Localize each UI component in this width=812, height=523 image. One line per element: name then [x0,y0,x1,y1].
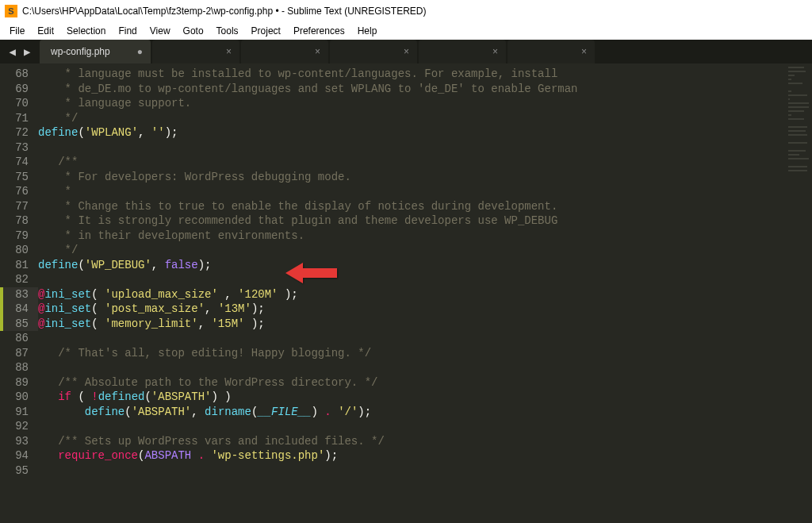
minimap-line [788,158,809,160]
menu-goto[interactable]: Goto [177,24,210,38]
menu-selection[interactable]: Selection [60,24,112,38]
code-line[interactable]: @ini_set( 'upload_max_size' , '120M' ); [38,287,812,302]
code-line[interactable]: define('ABSPATH', dirname(__FILE__) . '/… [38,405,812,420]
line-number: 77 [0,199,29,214]
minimap-line [788,170,807,171]
tab-label: wp-config.php [51,46,110,57]
minimap-line [788,102,809,104]
line-number: 68 [0,67,29,82]
menu-preferences[interactable]: Preferences [287,24,351,38]
code-line[interactable]: * It is strongly recommended that plugin… [38,213,812,229]
code-line[interactable] [38,272,812,287]
code-line[interactable]: define('WPLANG', ''); [38,125,812,140]
line-number: 79 [0,229,29,244]
minimap-line [788,94,807,96]
minimap-line [788,134,807,136]
code-line[interactable] [38,360,812,375]
code-line[interactable]: /** [38,155,812,170]
code-line[interactable]: */ [38,111,812,126]
line-number: 91 [0,405,29,420]
tab-nav-forward-icon[interactable]: ▶ [24,45,30,59]
code-line[interactable]: */ [38,243,812,258]
minimap-line [788,71,806,72]
app-icon-letter: S [8,6,13,16]
line-number: 69 [0,82,29,97]
minimap-line [788,166,807,167]
code-line[interactable]: * Change this to true to enable the disp… [38,199,812,214]
code-line[interactable]: @ini_set( 'memory_limit', '15M' ); [38,317,812,332]
minimap-line [788,118,804,120]
tab-nav-back-icon[interactable]: ◀ [10,45,16,59]
tab-inactive[interactable]: × [508,40,595,63]
code-line[interactable]: * For developers: WordPress debugging mo… [38,170,812,185]
line-number: 72 [0,125,29,140]
code-line[interactable]: * in their development environments. [38,229,812,244]
tab-dirty-dot-icon: ● [137,46,143,57]
minimap[interactable] [788,63,810,521]
line-number: 71 [0,111,29,126]
window-title-text: C:\Users\HP\AppData\Local\Temp\fz3temp-2… [22,6,427,17]
code-line[interactable]: /** Absolute path to the WordPress direc… [38,375,812,390]
tab-inactive[interactable]: × [419,40,506,63]
line-number: 75 [0,170,29,185]
line-number: 86 [0,331,29,346]
tab-inactive[interactable]: × [152,40,239,63]
menu-project[interactable]: Project [245,24,287,38]
line-number: 95 [0,463,29,479]
code-line[interactable]: if ( !defined('ABSPATH') ) [38,390,812,405]
window-title-bar: S C:\Users\HP\AppData\Local\Temp\fz3temp… [0,0,812,22]
minimap-line [788,67,804,68]
menu-find[interactable]: Find [112,24,143,38]
code-line[interactable] [38,140,812,156]
minimap-line [788,79,791,80]
line-number: 78 [0,213,29,229]
tab-bar: ◀ ▶ wp-config.php ● ××××× [0,40,812,63]
minimap-line [788,114,791,116]
code-line[interactable]: * [38,184,812,199]
line-number: 70 [0,96,29,111]
menu-edit[interactable]: Edit [31,24,60,38]
code-line[interactable] [38,419,812,434]
minimap-line [788,90,791,92]
minimap-line [788,154,799,156]
code-line[interactable]: /* That's all, stop editing! Happy blogg… [38,346,812,361]
code-pane[interactable]: * language must be installed to wp-conte… [38,63,812,523]
minimap-line [788,142,807,144]
minimap-line [788,75,795,76]
menu-tools[interactable]: Tools [210,24,245,38]
tab-inactive[interactable]: × [241,40,328,63]
tab-inactive[interactable]: × [330,40,417,63]
minimap-line [788,83,802,84]
close-icon[interactable]: × [581,46,587,57]
line-number: 87 [0,346,29,361]
code-line[interactable]: define('WP_DEBUG', false); [38,258,812,273]
tab-nav-arrows: ◀ ▶ [0,40,40,63]
close-icon[interactable]: × [315,46,320,57]
line-number: 73 [0,140,29,156]
line-number: 94 [0,448,29,463]
code-line[interactable]: * de_DE.mo to wp-content/languages and s… [38,82,812,97]
close-icon[interactable]: × [226,46,232,57]
menu-bar: File Edit Selection Find View Goto Tools… [0,22,812,40]
line-number: 82 [0,272,29,287]
code-line[interactable]: require_once(ABSPATH . 'wp-settings.php'… [38,448,812,463]
code-line[interactable]: * language support. [38,96,812,111]
minimap-line [788,110,804,112]
app-icon: S [5,5,17,17]
menu-file[interactable]: File [3,24,31,38]
code-line[interactable] [38,463,812,479]
minimap-line [788,106,809,108]
minimap-line [788,130,806,132]
close-icon[interactable]: × [492,46,498,57]
line-number: 81 [0,258,29,273]
code-line[interactable] [38,331,812,346]
line-number: 88 [0,360,29,375]
code-line[interactable]: /** Sets up WordPress vars and included … [38,434,812,449]
tab-active[interactable]: wp-config.php ● [40,40,151,63]
menu-help[interactable]: Help [351,24,384,38]
code-line[interactable]: @ini_set( 'post_max_size', '13M'); [38,302,812,317]
editor-area[interactable]: 6869707172737475767778798081828384858687… [0,63,812,523]
code-line[interactable]: * language must be installed to wp-conte… [38,67,812,82]
menu-view[interactable]: View [144,24,177,38]
close-icon[interactable]: × [404,46,409,57]
